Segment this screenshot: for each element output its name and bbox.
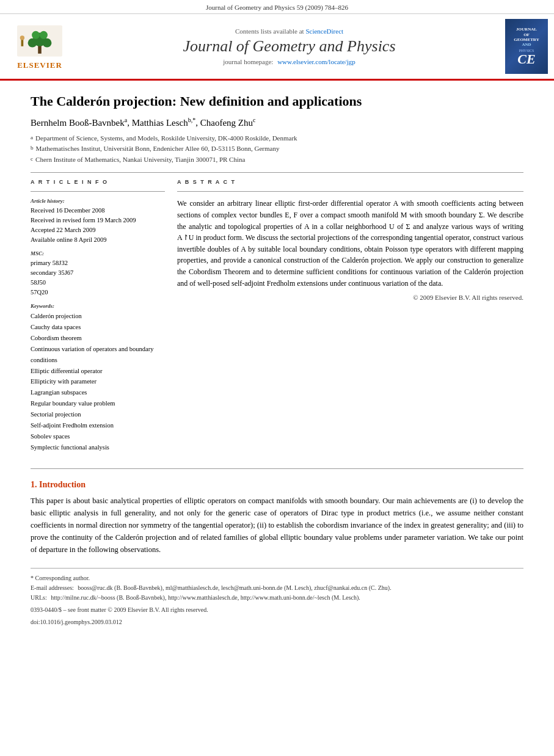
urls-label: URLs: — [31, 594, 47, 601]
emails-text: booss@ruc.dk (B. Booß-Bavnbek), ml@matth… — [78, 584, 391, 591]
affil2-text: Mathematisches Institut, Universität Bon… — [36, 144, 280, 154]
svg-point-5 — [32, 31, 40, 39]
keyword-item: Elliptic differential operator — [31, 366, 165, 377]
keyword-item: Continuous variation of operators and bo… — [31, 344, 165, 366]
received1: Received 16 December 2008 — [31, 206, 165, 216]
journal-header: ELSEVIER Contents lists available at Sci… — [0, 14, 554, 81]
journal-center: Contents lists available at ScienceDirec… — [79, 27, 499, 65]
paper-title: The Calderón projection: New definition … — [31, 93, 523, 111]
author2-super: b,* — [188, 117, 196, 123]
author3-super: c — [253, 117, 255, 123]
authors-line: Bernhelm Booß-Bavnbeka, Matthias Leschb,… — [31, 117, 523, 128]
corresponding-author: * Corresponding author. — [31, 573, 523, 583]
author3: , Chaofeng Zhu — [195, 118, 253, 128]
introduction-section: 1. Introduction This paper is about basi… — [31, 480, 523, 556]
affiliations: a Department of Science, Systems, and Mo… — [31, 133, 523, 165]
cover-ce-logo: CE — [517, 53, 535, 66]
svg-point-4 — [43, 38, 52, 48]
svg-point-6 — [40, 31, 48, 39]
msc-label: MSC: — [31, 250, 165, 256]
elsevier-logo: ELSEVIER — [6, 23, 73, 70]
cover-title: JOURNALOFGEOMETRYAND — [514, 27, 539, 48]
journal-cover-image: JOURNALOFGEOMETRYAND PHYSICS CE — [505, 19, 548, 74]
citation-text: Journal of Geometry and Physics 59 (2009… — [206, 4, 348, 11]
keyword-item: Lagrangian subspaces — [31, 387, 165, 398]
two-column-layout: A R T I C L E I N F O Article history: R… — [31, 179, 523, 459]
affil1: a Department of Science, Systems, and Mo… — [31, 133, 523, 144]
keywords-list: Calderón projectionCauchy data spacesCob… — [31, 311, 165, 453]
abstract-column: A B S T R A C T We consider an arbitrary… — [177, 179, 523, 459]
article-info-label: A R T I C L E I N F O — [31, 179, 165, 185]
msc-primary: primary 58J32 — [31, 258, 165, 268]
keyword-item: Cauchy data spaces — [31, 322, 165, 333]
msc-secondary: secondary 35J67 — [31, 268, 165, 278]
keywords-label: Keywords: — [31, 303, 165, 309]
intro-paragraph: This paper is about basic analytical pro… — [31, 495, 523, 556]
journal-citation: Journal of Geometry and Physics 59 (2009… — [0, 0, 554, 14]
accepted: Accepted 22 March 2009 — [31, 225, 165, 235]
author1: Bernhelm Booß-Bavnbek — [31, 118, 125, 128]
keyword-item: Self-adjoint Fredholm extension — [31, 420, 165, 431]
keyword-item: Regular boundary value problem — [31, 398, 165, 409]
msc3: 58J50 — [31, 278, 165, 288]
affil1-text: Department of Science, Systems, and Mode… — [35, 133, 297, 144]
affil2-super: b — [31, 144, 34, 154]
keyword-item: Sectorial projection — [31, 409, 165, 420]
affil1-super: a — [31, 133, 33, 144]
divider-bottom — [31, 468, 523, 469]
abstract-label: A B S T R A C T — [177, 179, 523, 185]
svg-point-8 — [20, 35, 24, 40]
intro-heading: 1. Introduction — [31, 480, 523, 490]
affil3-text: Chern Institute of Mathematics, Nankai U… — [35, 154, 245, 165]
doi-line: doi:10.1016/j.geomphys.2009.03.012 — [31, 617, 523, 627]
url-line: URLs: http://milne.ruc.dk/~booss (B. Boo… — [31, 593, 523, 603]
svg-rect-1 — [38, 45, 42, 54]
svg-rect-7 — [21, 40, 24, 46]
keyword-item: Ellipticity with parameter — [31, 376, 165, 387]
footnote-area: * Corresponding author. E-mail addresses… — [31, 568, 523, 627]
available-online: Available online 8 April 2009 — [31, 235, 165, 245]
email-line: E-mail addresses: booss@ruc.dk (B. Booß-… — [31, 583, 523, 593]
journal-title: Journal of Geometry and Physics — [79, 37, 499, 56]
keyword-item: Cobordism theorem — [31, 333, 165, 344]
keyword-item: Calderón projection — [31, 311, 165, 322]
doi-text: doi:10.1016/j.geomphys.2009.03.012 — [31, 619, 122, 625]
article-info-column: A R T I C L E I N F O Article history: R… — [31, 179, 165, 459]
keyword-item: Sobolev spaces — [31, 431, 165, 442]
email-label: E-mail addresses: — [31, 584, 74, 591]
abstract-text: We consider an arbitrary linear elliptic… — [177, 198, 523, 289]
received-revised: Received in revised form 19 March 2009 — [31, 216, 165, 225]
divider-info — [31, 191, 165, 192]
urls-text: http://milne.ruc.dk/~booss (B. Booß-Bavn… — [51, 594, 360, 601]
divider-abstract — [177, 191, 523, 192]
svg-point-3 — [28, 38, 37, 48]
affil3: c Chern Institute of Mathematics, Nankai… — [31, 154, 523, 165]
paper-body: The Calderón projection: New definition … — [0, 81, 554, 639]
homepage-line: journal homepage: www.elsevier.com/locat… — [79, 58, 499, 65]
sciencedirect-link[interactable]: ScienceDirect — [305, 27, 343, 35]
elsevier-tree-icon — [12, 23, 67, 59]
history-block: Article history: Received 16 December 20… — [31, 198, 165, 244]
author2: , Matthias Lesch — [127, 118, 188, 128]
contents-available: Contents lists available at ScienceDirec… — [79, 27, 499, 35]
msc4: 57Q20 — [31, 288, 165, 297]
keywords-block: Keywords: Calderón projectionCauchy data… — [31, 303, 165, 453]
elsevier-label: ELSEVIER — [17, 60, 62, 70]
homepage-link[interactable]: www.elsevier.com/locate/jgp — [277, 58, 355, 65]
issn-line: 0393-0440/$ – see front matter © 2009 El… — [31, 605, 523, 615]
history-label: Article history: — [31, 198, 165, 204]
msc-block: MSC: primary 58J32 secondary 35J67 58J50… — [31, 250, 165, 297]
affil3-super: c — [31, 154, 33, 165]
star-note: * Corresponding author. — [31, 575, 90, 581]
keyword-item: Symplectic functional analysis — [31, 442, 165, 453]
copyright: © 2009 Elsevier B.V. All rights reserved… — [177, 294, 523, 301]
divider-top — [31, 172, 523, 173]
affil2: b Mathematisches Institut, Universität B… — [31, 144, 523, 154]
